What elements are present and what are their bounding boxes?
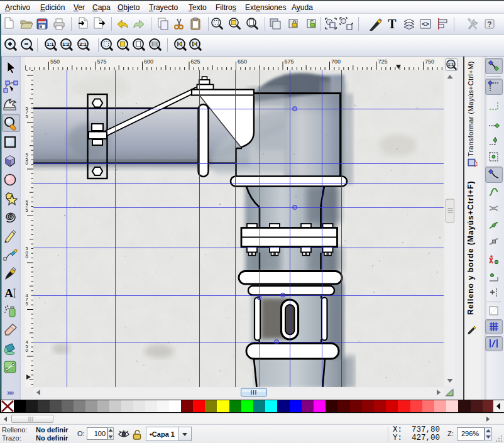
svg-text:550: 550	[50, 58, 60, 65]
svg-text:A: A	[4, 287, 13, 300]
svg-text:2:1: 2:1	[79, 41, 87, 47]
svg-text:1:2: 1:2	[62, 41, 70, 47]
svg-text:?: ?	[487, 20, 491, 29]
svg-text:650: 650	[238, 58, 247, 65]
svg-text:Relleno y borde (Mayús+Ctrl+F): Relleno y borde (Mayús+Ctrl+F)	[466, 180, 475, 315]
svg-text:0: 0	[26, 160, 28, 166]
svg-text:T: T	[388, 17, 397, 31]
svg-text:0: 0	[26, 70, 28, 72]
svg-text:Transformar (Mayús+Ctrl+M): Transformar (Mayús+Ctrl+M)	[467, 61, 474, 156]
svg-text:1:1: 1:1	[448, 62, 454, 67]
svg-text:5: 5	[26, 114, 28, 119]
svg-text:625: 625	[191, 58, 200, 65]
svg-text:5: 5	[26, 207, 28, 213]
svg-text:0: 0	[26, 254, 28, 260]
svg-text:575: 575	[97, 58, 107, 65]
svg-text:1:1: 1:1	[47, 41, 54, 47]
svg-text:5: 5	[26, 301, 28, 307]
svg-text:700: 700	[331, 58, 341, 65]
svg-text:750: 750	[425, 58, 434, 65]
svg-text:675: 675	[285, 58, 294, 65]
svg-text:600: 600	[144, 58, 153, 65]
svg-text:725: 725	[378, 58, 388, 65]
svg-text:0: 0	[26, 347, 28, 353]
svg-text:<>: <>	[422, 21, 429, 28]
